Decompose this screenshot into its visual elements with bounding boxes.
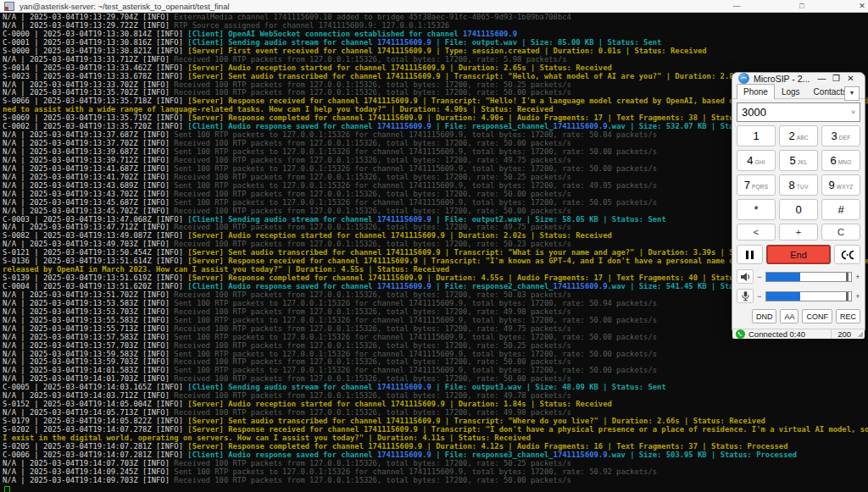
mic-plus[interactable]: + <box>855 292 860 301</box>
log-row: N/A | 2025-03-04T19:14:05.713Z [INFO] Re… <box>3 409 868 417</box>
dnd-button[interactable]: DND <box>752 309 777 323</box>
microsip-minimize-icon[interactable]: — <box>815 74 829 83</box>
microsip-phone-panel: 3000 ˅ 12ABC3DEF4GHI5JKL6MNO7PQRS8TUV9WX… <box>732 99 865 323</box>
chevron-down-icon[interactable]: ˅ <box>851 108 855 116</box>
dialpad-key-2[interactable]: 2ABC <box>779 125 818 146</box>
dialpad-key-4[interactable]: 4GHI <box>737 150 776 171</box>
log-row: C-0000 | 2025-03-04T19:13:30.814Z [INFO]… <box>3 30 868 39</box>
dialpad-key-+[interactable]: + <box>779 224 818 240</box>
log-row: N/A | 2025-03-04T19:13:59.703Z [INFO] Re… <box>3 358 868 367</box>
dialpad-key-1[interactable]: 1 <box>737 125 776 146</box>
terminal-minimize-icon[interactable]: — <box>726 0 748 12</box>
speaker-icon <box>740 272 751 282</box>
microsip-tabs: PhoneLogsContacts▼ <box>732 84 865 99</box>
end-call-button[interactable]: End <box>766 245 831 264</box>
feature-buttons: DNDAACONFREC <box>737 309 860 323</box>
terminal-title: yan@asterisk-server: ~/test_asterisk_to_… <box>19 2 230 11</box>
dialpad-key-#[interactable]: # <box>821 199 860 220</box>
mic-slider-thumb[interactable] <box>846 292 849 301</box>
transfer-icon <box>840 250 854 260</box>
aa-button[interactable]: AA <box>780 309 798 323</box>
hold-button[interactable] <box>737 245 763 264</box>
log-row: I exist in the digital world, operating … <box>3 434 868 443</box>
log-row: S-0179 | 2025-03-04T19:14:05.822Z [INFO]… <box>3 417 868 426</box>
log-row: N/A | 2025-03-04T19:14:01.583Z [INFO] Se… <box>3 367 868 375</box>
tab-logs[interactable]: Logs <box>775 84 807 99</box>
speaker-volume-slider[interactable] <box>765 272 852 282</box>
call-controls: End <box>737 245 860 264</box>
log-row: N/A | 2025-03-04T19:14:09.245Z [INFO] Se… <box>3 468 868 477</box>
dialpad-key-8[interactable]: 8TUV <box>779 174 818 196</box>
speaker-mute-button[interactable] <box>737 269 754 284</box>
terminal-close-icon[interactable]: ✕ <box>851 0 868 12</box>
microsip-titlebar[interactable]: MicroSIP - 2... — ❐ ✕ <box>732 73 865 84</box>
log-row: N/A | 2025-03-04T19:14:09.703Z [INFO] Re… <box>3 477 868 485</box>
resize-grip[interactable] <box>857 329 865 339</box>
dialpad-key-<[interactable]: < <box>737 224 776 240</box>
pause-icon <box>746 251 754 259</box>
dialpad-key-3[interactable]: 3DEF <box>821 125 860 146</box>
log-row: N/A | 2025-03-04T19:13:29.722Z [INFO] RT… <box>3 22 868 30</box>
terminal-app-icon <box>4 2 14 11</box>
dialpad-key-0[interactable]: 0 <box>779 199 818 220</box>
mic-minus[interactable]: − <box>757 292 762 301</box>
dial-number-combobox[interactable]: 3000 ˅ <box>737 102 860 122</box>
log-row: N/A | 2025-03-04T19:14:07.703Z [INFO] Re… <box>3 460 868 468</box>
mic-level-fill <box>766 292 800 301</box>
microsip-close-icon[interactable]: ✕ <box>843 74 858 83</box>
account-badge: 200 <box>831 329 857 339</box>
microphone-icon <box>740 290 751 301</box>
log-row: N/A | 2025-03-04T19:13:31.712Z [INFO] Re… <box>3 56 868 64</box>
log-row: N/A | 2025-03-04T19:13:57.703Z [INFO] Re… <box>3 342 868 351</box>
log-row: N/A | 2025-03-04T19:13:29.704Z [INFO] Ex… <box>3 14 868 22</box>
dialpad: 12ABC3DEF4GHI5JKL6MNO7PQRS8TUV9WXYZ*0#<+… <box>737 125 860 240</box>
conf-button[interactable]: CONF <box>802 309 832 323</box>
log-row: S-0152 | 2025-03-04T19:14:05.004Z [INFO]… <box>3 401 868 409</box>
terminal-maximize-icon[interactable]: □ <box>791 0 813 12</box>
speaker-volume-row: − + <box>737 269 860 284</box>
call-status-text: Connected 0:40 <box>748 329 831 339</box>
tab-phone[interactable]: Phone <box>737 84 775 99</box>
speaker-level-fill <box>766 273 800 281</box>
log-row: S-0000 | 2025-03-04T19:13:30.821Z [INFO]… <box>3 47 868 56</box>
dialpad-key-*[interactable]: * <box>737 199 776 220</box>
terminal-titlebar: yan@asterisk-server: ~/test_asterisk_to_… <box>0 0 868 13</box>
log-row: C-0005 | 2025-03-04T19:14:03.165Z [INFO]… <box>3 384 868 392</box>
log-row: C-0001 | 2025-03-04T19:13:30.816Z [INFO]… <box>3 39 868 47</box>
tab-overflow-button[interactable]: ▼ <box>844 86 860 101</box>
mic-volume-row: − + <box>737 289 860 303</box>
mic-mute-button[interactable] <box>737 289 754 303</box>
log-row: N/A | 2025-03-04T19:13:59.583Z [INFO] Se… <box>3 351 868 359</box>
log-row: S-0205 | 2025-03-04T19:14:07.281Z [INFO]… <box>3 443 868 451</box>
dialpad-key-5[interactable]: 5JKL <box>779 150 818 171</box>
transfer-button[interactable] <box>834 245 860 264</box>
microsip-logo-icon <box>738 73 749 84</box>
terminal-cursor <box>4 486 10 492</box>
log-row: S-0202 | 2025-03-04T19:14:07.278Z [INFO]… <box>3 426 868 434</box>
log-row: N/A | 2025-03-04T19:14:01.703Z [INFO] Re… <box>3 375 868 384</box>
speaker-slider-thumb[interactable] <box>846 273 849 281</box>
dial-number-value: 3000 <box>742 106 851 119</box>
microsip-window: MicroSIP - 2... — ❐ ✕ PhoneLogsContacts▼… <box>732 72 865 331</box>
mic-volume-slider[interactable] <box>765 291 852 301</box>
microsip-title: MicroSIP - 2... <box>754 74 815 84</box>
dialpad-key-C[interactable]: C <box>821 224 860 240</box>
speaker-plus[interactable]: + <box>855 273 860 281</box>
log-row: C-0006 | 2025-03-04T19:14:07.281Z [INFO]… <box>3 451 868 460</box>
dialpad-key-9[interactable]: 9WXYZ <box>821 174 860 196</box>
microsip-maximize-icon[interactable]: ❐ <box>829 74 843 83</box>
dialpad-key-7[interactable]: 7PQRS <box>737 174 776 196</box>
speaker-minus[interactable]: − <box>757 273 762 281</box>
dialpad-key-6[interactable]: 6MNO <box>821 150 860 171</box>
connected-status-icon <box>736 329 745 339</box>
rec-button[interactable]: REC <box>836 309 860 323</box>
log-row: N/A | 2025-03-04T19:14:03.712Z [INFO] Re… <box>3 392 868 401</box>
microsip-statusbar: Connected 0:40 200 <box>732 329 865 339</box>
